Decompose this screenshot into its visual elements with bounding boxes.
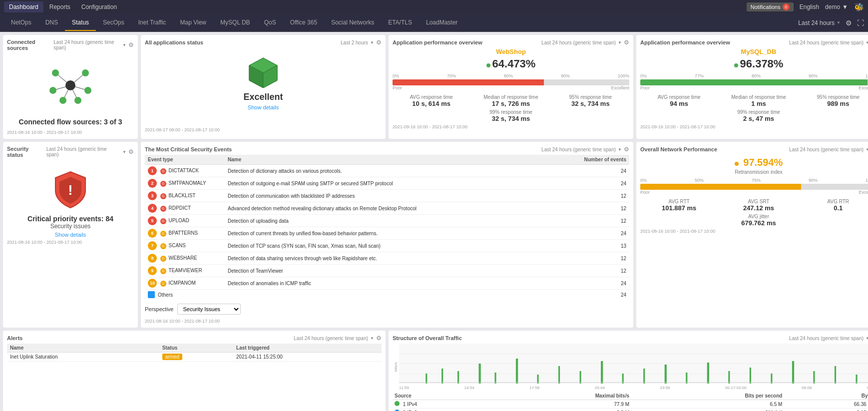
event-row: 8 G WEBSHARE Detection of data sharing s… — [145, 252, 629, 265]
top-nav-reports[interactable]: Reports — [44, 1, 75, 12]
traffic-structure-title: Structure of Overall Traffic — [393, 335, 462, 341]
svg-rect-35 — [686, 373, 687, 384]
connected-sources-header: Connected sources Last 24 hours (generic… — [7, 39, 134, 51]
svg-rect-33 — [643, 369, 645, 384]
tab-status[interactable]: Status — [65, 15, 96, 31]
tab-netops[interactable]: NetOps — [4, 15, 38, 31]
webshop-bar-labels: 0%70%80%90%100% — [393, 73, 629, 78]
all-apps-show-details[interactable]: Show details — [145, 104, 382, 110]
connected-label: Connected flow sources: 3 of 3 — [7, 113, 134, 128]
mysql-score-dot — [734, 63, 738, 67]
svg-rect-41 — [813, 371, 815, 384]
event-row: 4 G RDPDICT Advanced detection method re… — [145, 202, 629, 215]
others-row: Others 24 — [145, 290, 629, 300]
connected-sources-footer: 2021-08-16 10:00 - 2021-08-17 10:00 — [7, 130, 134, 135]
network-perf-bar: 0%50%75%90%100% Poor Excellent — [640, 178, 868, 195]
critical-events-label: Critical priority events: 84 — [7, 215, 134, 223]
tab-secops[interactable]: SecOps — [96, 15, 131, 31]
svg-rect-30 — [580, 371, 581, 384]
svg-point-6 — [65, 80, 75, 90]
traffic-chart-container: 11:5914:5417:5820:4423:5800-17:02:0006:0… — [399, 344, 868, 390]
alerts-gear[interactable]: ⚙ — [376, 335, 382, 342]
time-selector-arrow: ▼ — [837, 20, 841, 25]
tab-mysql-db[interactable]: MySQL DB — [213, 15, 257, 31]
top-nav-dashboard[interactable]: Dashboard — [4, 1, 43, 12]
connected-sources-card: Connected sources Last 24 hours (generic… — [3, 35, 138, 139]
fullscreen-icon[interactable]: ⛶ — [857, 19, 864, 27]
security-status-gear[interactable]: ⚙ — [128, 148, 134, 155]
all-apps-status-card: All applications status Last 2 hours ▼ ⚙… — [141, 35, 386, 139]
legend-col-bps: Bits per second — [631, 392, 784, 400]
security-issues-label: Security issues — [7, 223, 134, 230]
traffic-legend-table: Source Maximal bits/s Bits per second By… — [393, 392, 868, 411]
main-grid: Connected sources Last 24 hours (generic… — [0, 32, 868, 411]
app-perf-webshop-time: Last 24 hours (generic time span) — [541, 40, 616, 45]
mysql-score: 96.378% — [640, 57, 868, 70]
avg-srt: AVG SRT 247.12 ms — [720, 199, 797, 212]
all-apps-gear[interactable]: ⚙ — [376, 39, 382, 46]
time-selector[interactable]: Last 24 hours ▼ — [798, 19, 841, 26]
mysql-metrics-2: 99% response time 2 s, 47 ms — [640, 109, 868, 122]
svg-rect-24 — [457, 371, 459, 384]
tab-map-view[interactable]: Map View — [173, 15, 213, 31]
webshop-metrics: AVG response time 10 s, 614 ms Median of… — [393, 94, 629, 107]
others-label: Others — [158, 292, 173, 298]
top-nav: Dashboard Reports Configuration — [4, 1, 122, 12]
connected-sources-gear[interactable]: ⚙ — [128, 41, 134, 48]
tab-eta-tls[interactable]: ETA/TLS — [381, 15, 419, 31]
perspective-select[interactable]: Security Issues — [177, 304, 241, 315]
tab-qos[interactable]: QoS — [257, 15, 283, 31]
network-metrics: AVG RTT 101.887 ms AVG SRT 247.12 ms AVG… — [640, 199, 868, 212]
svg-rect-43 — [856, 375, 857, 384]
network-score: 97.594% — [735, 157, 783, 168]
language-selector[interactable]: English — [800, 3, 819, 10]
top-nav-configuration[interactable]: Configuration — [76, 1, 122, 12]
alerts-card: Alerts Last 24 hours (generic time span)… — [3, 331, 386, 411]
tab-office365[interactable]: Office 365 — [283, 15, 324, 31]
tab-social-networks[interactable]: Social Networks — [324, 15, 381, 31]
user-menu[interactable]: demo ▼ — [825, 3, 848, 10]
tab-inet-traffic[interactable]: Inet Traffic — [131, 15, 173, 31]
svg-rect-29 — [558, 366, 560, 384]
webshop-bar-end-labels: Poor Excellent — [393, 85, 629, 90]
network-bar-fill — [640, 184, 801, 190]
legend-col-source: Source — [393, 392, 490, 400]
alerts-time: Last 24 hours (generic time span) — [294, 336, 368, 341]
svg-rect-28 — [537, 375, 538, 384]
all-apps-dropdown[interactable]: ▼ — [370, 40, 374, 45]
security-show-details[interactable]: Show details — [7, 232, 134, 238]
security-events-gear[interactable]: ⚙ — [624, 146, 629, 153]
all-apps-title: All applications status — [145, 39, 203, 45]
svg-rect-23 — [441, 369, 443, 384]
mysql-metrics: AVG response time 94 ms Median of respon… — [640, 94, 868, 107]
app-perf-webshop-gear[interactable]: ⚙ — [624, 39, 629, 46]
alerts-table: Name Status Last triggered Inet Uplink S… — [7, 344, 382, 362]
notifications-button[interactable]: Notifications 0 — [747, 2, 794, 11]
retransmission-label: Retransmission index — [640, 169, 868, 175]
app-perf-webshop-footer: 2021-09-16 10:00 - 2021-08-17 10:00 — [393, 124, 629, 129]
avg-rtr: AVG RTR 0.1 — [800, 199, 868, 212]
mysql-bar-end-labels: Poor Excellent — [640, 85, 868, 90]
shield-svg: ! — [53, 170, 88, 210]
connected-sources-time: Last 24 hours (generic time span) — [53, 39, 120, 50]
connected-sources-dropdown[interactable]: ▼ — [122, 43, 126, 47]
legend-col-max: Maximal bits/s — [490, 392, 631, 400]
mysql-bar — [640, 79, 868, 85]
alert-status: armed — [159, 353, 233, 362]
traffic-structure-time: Last 24 hours (generic time span) — [789, 336, 864, 341]
security-events-footer: 2021-08-16 10:00 - 2021-08-17 10:00 — [145, 319, 629, 324]
traffic-y-label: bits/s — [393, 344, 399, 390]
app-perf-webshop-dropdown[interactable]: ▼ — [618, 40, 622, 45]
svg-point-8 — [82, 69, 89, 76]
network-metrics-2: AVG jitter 679.762 ms — [640, 214, 868, 227]
security-status-time: Last 24 hours (generic time span) — [46, 146, 120, 157]
event-row: 6 G BPATTERNS Detection of current threa… — [145, 227, 629, 240]
network-perf-card: Overall Network Performance Last 24 hour… — [636, 142, 868, 328]
tab-loadmaster[interactable]: LoadMaster — [419, 15, 464, 31]
settings-icon[interactable]: ⚙ — [846, 19, 852, 27]
alerts-col-name: Name — [7, 344, 159, 353]
app-perf-webshop-header: Application performance overview Last 24… — [393, 39, 629, 46]
notifications-badge: 0 — [783, 3, 790, 10]
tab-dns[interactable]: DNS — [38, 15, 65, 31]
app-perf-webshop-title: Application performance overview — [393, 39, 482, 45]
